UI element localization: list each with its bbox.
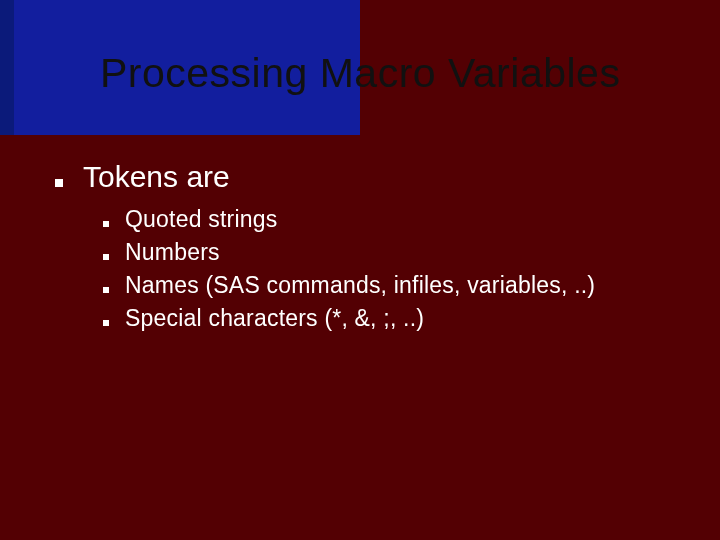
square-bullet-icon	[103, 254, 109, 260]
square-bullet-icon	[103, 287, 109, 293]
bullet-lvl1-text: Tokens are	[83, 160, 230, 194]
square-bullet-icon	[103, 320, 109, 326]
bullet-lvl2: Numbers	[103, 239, 680, 266]
bullet-lvl2-text: Quoted strings	[125, 206, 277, 233]
slide: Processing Macro Variables Tokens are Qu…	[0, 0, 720, 540]
bullet-lvl2: Names (SAS commands, infiles, variables,…	[103, 272, 680, 299]
slide-body: Tokens are Quoted strings Numbers Names …	[55, 160, 680, 338]
bullet-lvl2-text: Numbers	[125, 239, 220, 266]
sub-list: Quoted strings Numbers Names (SAS comman…	[103, 206, 680, 332]
slide-title: Processing Macro Variables	[100, 50, 620, 97]
bullet-lvl2-text: Special characters (*, &, ;, ..)	[125, 305, 424, 332]
square-bullet-icon	[103, 221, 109, 227]
bullet-lvl2-text: Names (SAS commands, infiles, variables,…	[125, 272, 595, 299]
bullet-lvl1: Tokens are	[55, 160, 680, 194]
bullet-lvl2: Quoted strings	[103, 206, 680, 233]
bullet-lvl2: Special characters (*, &, ;, ..)	[103, 305, 680, 332]
square-bullet-icon	[55, 179, 63, 187]
